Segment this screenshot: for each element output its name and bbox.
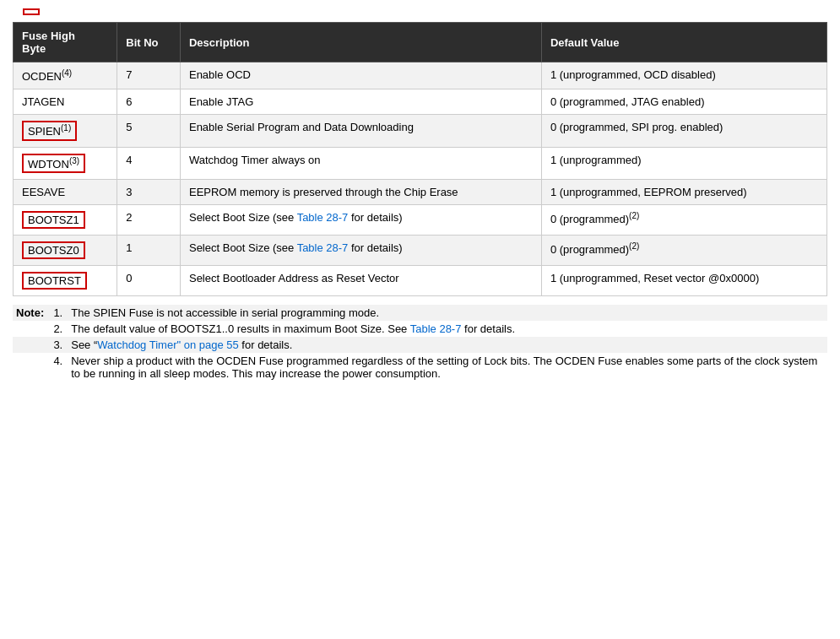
note-label bbox=[13, 321, 49, 337]
default-value-cell: 1 (unprogrammed) bbox=[541, 147, 826, 179]
description-cell: Enable Serial Program and Data Downloadi… bbox=[180, 115, 541, 147]
note-label: Note: bbox=[13, 305, 49, 321]
default-value-cell: 0 (programmed, JTAG enabled) bbox=[541, 89, 826, 115]
default-value-cell: 0 (programmed)(2) bbox=[541, 204, 826, 235]
table-row: BOOTSZ01Select Boot Size (see Table 28-7… bbox=[14, 235, 827, 265]
table-header-row: Fuse HighByte Bit No Description Default… bbox=[14, 23, 827, 62]
table-link[interactable]: Table 28-7 bbox=[297, 241, 349, 254]
description-cell: Select Bootloader Address as Reset Vecto… bbox=[180, 265, 541, 295]
table-row: BOOTSZ12Select Boot Size (see Table 28-7… bbox=[14, 204, 827, 235]
fuse-name-boxed: BOOTSZ0 bbox=[22, 241, 85, 259]
table-row: JTAGEN6Enable JTAG0 (programmed, JTAG en… bbox=[14, 89, 827, 115]
note-row: 2.The default value of BOOTSZ1..0 result… bbox=[13, 321, 827, 337]
note-number: 3. bbox=[49, 337, 68, 353]
bit-no-cell: 5 bbox=[117, 115, 181, 147]
table-title bbox=[23, 8, 40, 15]
bit-no-cell: 6 bbox=[117, 89, 181, 115]
table-row: EESAVE3EEPROM memory is preserved throug… bbox=[14, 179, 827, 204]
fuse-high-byte-table: Fuse HighByte Bit No Description Default… bbox=[13, 22, 827, 296]
description-cell: Select Boot Size (see Table 28-7 for det… bbox=[180, 204, 541, 235]
note-text: The SPIEN Fuse is not accessible in seri… bbox=[68, 305, 827, 321]
bit-no-cell: 3 bbox=[117, 179, 181, 204]
fuse-name-cell: BOOTSZ1 bbox=[14, 204, 117, 235]
fuse-name-cell: BOOTSZ0 bbox=[14, 235, 117, 265]
note-row: 4.Never ship a product with the OCDEN Fu… bbox=[13, 353, 827, 382]
note-label bbox=[13, 353, 49, 382]
default-value-cell: 1 (unprogrammed, EEPROM preserved) bbox=[541, 179, 826, 204]
fuse-name-cell: OCDEN(4) bbox=[14, 62, 117, 89]
note-number: 1. bbox=[49, 305, 68, 321]
table-link[interactable]: Table 28-7 bbox=[297, 211, 349, 224]
bit-no-cell: 1 bbox=[117, 235, 181, 265]
default-value-cell: 1 (unprogrammed, OCD disabled) bbox=[541, 62, 826, 89]
fuse-name-boxed: BOOTRST bbox=[22, 272, 87, 290]
bit-no-cell: 0 bbox=[117, 265, 181, 295]
table-row: OCDEN(4)7Enable OCD1 (unprogrammed, OCD … bbox=[14, 62, 827, 89]
col-header-default: Default Value bbox=[541, 23, 826, 62]
fuse-name-cell: JTAGEN bbox=[14, 89, 117, 115]
default-value-cell: 0 (programmed, SPI prog. enabled) bbox=[541, 115, 826, 147]
default-value-cell: 1 (unprogrammed, Reset vector @0x0000) bbox=[541, 265, 826, 295]
note-text: Never ship a product with the OCDEN Fuse… bbox=[68, 353, 827, 382]
description-cell: Select Boot Size (see Table 28-7 for det… bbox=[180, 235, 541, 265]
note-number: 4. bbox=[49, 353, 68, 382]
fuse-name-boxed: WDTON(3) bbox=[22, 154, 85, 173]
fuse-name-boxed: BOOTSZ1 bbox=[22, 211, 85, 229]
table-row: WDTON(3)4Watchdog Timer always on1 (unpr… bbox=[14, 147, 827, 179]
col-header-fuse: Fuse HighByte bbox=[14, 23, 117, 62]
table-title-row bbox=[13, 8, 827, 15]
bit-no-cell: 4 bbox=[117, 147, 181, 179]
description-cell: Watchdog Timer always on bbox=[180, 147, 541, 179]
note-row: Note:1.The SPIEN Fuse is not accessible … bbox=[13, 305, 827, 321]
fuse-name-cell: WDTON(3) bbox=[14, 147, 117, 179]
note-number: 2. bbox=[49, 321, 68, 337]
note-link[interactable]: Watchdog Timer" on page 55 bbox=[97, 338, 238, 351]
table-row: SPIEN(1)5Enable Serial Program and Data … bbox=[14, 115, 827, 147]
bit-no-cell: 7 bbox=[117, 62, 181, 89]
notes-section: Note:1.The SPIEN Fuse is not accessible … bbox=[13, 305, 827, 382]
fuse-name-cell: EESAVE bbox=[14, 179, 117, 204]
note-text: See “Watchdog Timer" on page 55 for deta… bbox=[68, 337, 827, 353]
fuse-name-boxed: SPIEN(1) bbox=[22, 121, 77, 140]
bit-no-cell: 2 bbox=[117, 204, 181, 235]
description-cell: Enable OCD bbox=[180, 62, 541, 89]
notes-table: Note:1.The SPIEN Fuse is not accessible … bbox=[13, 305, 827, 382]
note-text: The default value of BOOTSZ1..0 results … bbox=[68, 321, 827, 337]
col-header-description: Description bbox=[180, 23, 541, 62]
note-label bbox=[13, 337, 49, 353]
description-cell: EEPROM memory is preserved through the C… bbox=[180, 179, 541, 204]
description-cell: Enable JTAG bbox=[180, 89, 541, 115]
fuse-name-cell: BOOTRST bbox=[14, 265, 117, 295]
col-header-bitno: Bit No bbox=[117, 23, 181, 62]
fuse-name-cell: SPIEN(1) bbox=[14, 115, 117, 147]
table-row: BOOTRST0Select Bootloader Address as Res… bbox=[14, 265, 827, 295]
default-value-cell: 0 (programmed)(2) bbox=[541, 235, 826, 265]
note-link[interactable]: Table 28-7 bbox=[410, 322, 462, 335]
note-row: 3.See “Watchdog Timer" on page 55 for de… bbox=[13, 337, 827, 353]
